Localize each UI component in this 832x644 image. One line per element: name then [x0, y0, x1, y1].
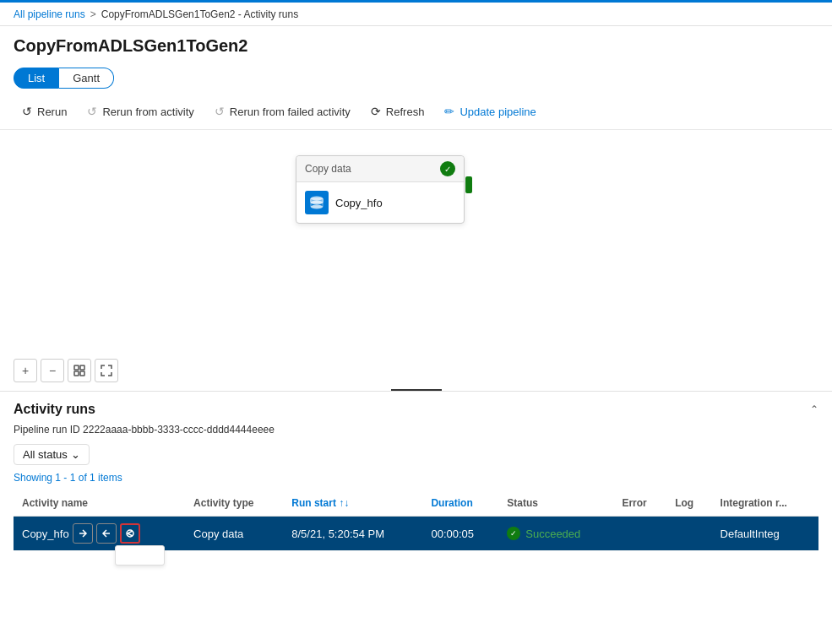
- fullscreen-button[interactable]: [95, 359, 118, 382]
- status-success-icon: ✓: [507, 527, 520, 540]
- activity-icon: [305, 191, 329, 214]
- rerun-from-failed-icon: ↺: [215, 105, 225, 118]
- run-start-label: Run start: [291, 497, 336, 509]
- page-header: CopyFromADLSGen1ToGen2: [0, 26, 832, 62]
- table-row: Copy_hfo: [14, 517, 818, 551]
- sort-icon: ↑↓: [339, 497, 349, 509]
- cell-integration-runtime: DefaultInteg: [712, 517, 818, 551]
- col-log: Log: [666, 490, 711, 517]
- status-filter-label: All status: [23, 448, 68, 461]
- update-pipeline-button[interactable]: ✏ Update pipeline: [436, 100, 544, 122]
- canvas-area: Copy data ✓ Copy_hfo + −: [0, 130, 832, 392]
- refresh-button[interactable]: ⟳ Refresh: [362, 100, 433, 122]
- refresh-label: Refresh: [386, 106, 425, 118]
- pipeline-run-id-label: Pipeline run ID: [14, 424, 80, 436]
- canvas-controls: + −: [14, 359, 118, 382]
- refresh-icon: ⟳: [371, 105, 381, 118]
- col-integration-runtime: Integration r...: [712, 490, 818, 517]
- svg-rect-6: [74, 365, 79, 370]
- rerun-icon: ↺: [22, 105, 32, 118]
- svg-rect-8: [74, 371, 79, 376]
- rerun-from-activity-button[interactable]: ↺ Rerun from activity: [79, 100, 202, 122]
- rerun-from-activity-icon: ↺: [87, 105, 97, 118]
- zoom-in-button[interactable]: +: [14, 359, 37, 382]
- cell-log: [666, 517, 711, 551]
- activity-runs-table: Activity name Activity type Run start ↑↓…: [14, 490, 818, 551]
- rerun-from-failed-button[interactable]: ↺ Rerun from failed activity: [206, 100, 359, 122]
- row-action-details-button[interactable]: [120, 523, 140, 544]
- zoom-out-button[interactable]: −: [41, 359, 64, 382]
- pipeline-run-id-row: Pipeline run ID 2222aaaa-bbbb-3333-cccc-…: [14, 424, 818, 436]
- cell-error: [613, 517, 666, 551]
- breadcrumb-current: CopyFromADLSGen1ToGen2 - Activity runs: [101, 8, 298, 20]
- svg-rect-7: [80, 365, 84, 370]
- section-header: Activity runs ⌃: [14, 402, 818, 417]
- col-error: Error: [613, 490, 666, 517]
- breadcrumb-sep: >: [90, 8, 96, 20]
- breadcrumb: All pipeline runs > CopyFromADLSGen1ToGe…: [14, 8, 298, 20]
- cell-activity-name: Copy_hfo: [14, 517, 185, 551]
- activity-card-body: Copy_hfo: [296, 182, 464, 223]
- view-toggle: List Gantt: [0, 62, 832, 94]
- col-status: Status: [498, 490, 613, 517]
- status-text: Succeeded: [525, 528, 580, 540]
- activity-card[interactable]: Copy data ✓ Copy_hfo: [296, 155, 465, 224]
- rerun-button[interactable]: ↺ Rerun: [14, 100, 75, 122]
- activity-name-label: Copy_hfo: [335, 197, 383, 209]
- chevron-down-icon: ⌄: [71, 448, 80, 461]
- col-activity-type: Activity type: [185, 490, 283, 517]
- rerun-label: Rerun: [37, 106, 67, 118]
- row-action-output-button[interactable]: [96, 523, 117, 544]
- breadcrumb-all-pipelines[interactable]: All pipeline runs: [14, 8, 85, 20]
- cell-duration: 00:00:05: [422, 517, 498, 551]
- col-activity-name: Activity name: [14, 490, 185, 517]
- list-view-button[interactable]: List: [14, 68, 59, 89]
- update-pipeline-label: Update pipeline: [460, 106, 536, 118]
- activity-runs-section: Activity runs ⌃ Pipeline run ID 2222aaaa…: [0, 392, 832, 551]
- showing-count: Showing 1 - 1 of 1 items: [14, 472, 818, 484]
- col-duration: Duration: [422, 490, 498, 517]
- gantt-view-button[interactable]: Gantt: [59, 68, 114, 89]
- fit-button[interactable]: [68, 359, 91, 382]
- status-filter[interactable]: All status ⌄: [14, 444, 90, 465]
- pipeline-run-id-value: 2222aaaa-bbbb-3333-cccc-dddd4444eeee: [83, 424, 275, 436]
- page-title: CopyFromADLSGen1ToGen2: [14, 36, 818, 56]
- row-actions: [73, 523, 140, 544]
- cell-status: ✓ Succeeded: [498, 517, 613, 551]
- divider-handle[interactable]: [391, 389, 442, 391]
- activity-type-label: Copy data: [305, 163, 351, 175]
- cell-run-start: 8/5/21, 5:20:54 PM: [283, 517, 422, 551]
- section-title: Activity runs: [14, 402, 95, 417]
- activity-card-header: Copy data ✓: [296, 156, 464, 182]
- cell-activity-type: Copy data: [185, 517, 283, 551]
- svg-rect-9: [80, 371, 84, 376]
- toolbar: ↺ Rerun ↺ Rerun from activity ↺ Rerun fr…: [0, 94, 832, 130]
- rerun-from-activity-label: Rerun from activity: [102, 106, 193, 118]
- pencil-icon: ✏: [444, 105, 454, 118]
- green-indicator: [465, 176, 472, 193]
- col-run-start: Run start ↑↓: [283, 490, 422, 517]
- collapse-button[interactable]: ⌃: [810, 403, 818, 415]
- row-action-input-button[interactable]: [73, 523, 93, 544]
- activity-name-cell: Copy_hfo: [22, 528, 69, 540]
- rerun-from-failed-label: Rerun from failed activity: [230, 106, 351, 118]
- activity-success-badge: ✓: [440, 161, 455, 176]
- top-bar: All pipeline runs > CopyFromADLSGen1ToGe…: [0, 3, 832, 26]
- filter-row: All status ⌄: [14, 444, 818, 465]
